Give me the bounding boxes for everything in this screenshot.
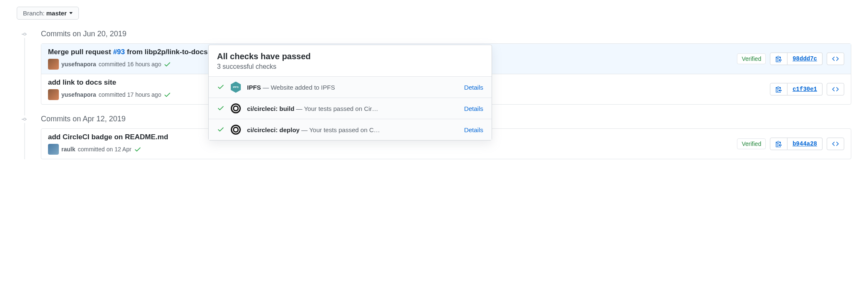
commit-sha-link[interactable]: c1f30e1 [787,83,823,95]
commit-timeline: Commits on Jun 20, 2019 Merge pull reque… [21,30,851,159]
commit-marker-icon [21,30,28,38]
check-icon[interactable] [164,91,171,98]
copy-sha-button[interactable] [770,138,787,150]
check-details-link[interactable]: Details [464,126,483,133]
avatar[interactable] [48,59,59,70]
check-icon [217,125,225,134]
check-item: IPFS — Website added to IPFS Details [209,77,492,98]
check-details-link[interactable]: Details [464,105,483,112]
author-link[interactable]: raulk [61,146,75,153]
commit-title-link[interactable]: add link to docs site [48,78,116,87]
commit-title-link[interactable]: add CircleCI badge on README.md [48,133,168,141]
browse-code-button[interactable] [827,53,844,65]
check-item: ci/circleci: deploy — Your tests passed … [209,119,492,140]
avatar[interactable] [48,144,59,155]
author-link[interactable]: yusefnapora [61,61,96,68]
commit-row: Merge pull request #93 from libp2p/link-… [41,44,851,74]
circleci-logo-icon [230,103,241,114]
check-icon [217,83,225,92]
check-icon[interactable] [164,60,171,68]
group-date-heading: Commits on Jun 20, 2019 [41,30,851,38]
commit-title-link[interactable]: Merge pull request #93 from libp2p/link-… [48,48,208,56]
commit-sha-link[interactable]: b944a28 [787,138,823,150]
browse-code-button[interactable] [827,138,844,150]
check-icon [217,104,225,113]
copy-sha-button[interactable] [770,53,787,65]
circleci-logo-icon [230,124,241,135]
check-icon[interactable] [134,146,141,153]
check-details-link[interactable]: Details [464,84,483,91]
copy-sha-button[interactable] [770,83,787,95]
check-item: ci/circleci: build — Your tests passed o… [209,98,492,119]
verified-badge[interactable]: Verified [737,138,766,149]
branch-value: master [46,10,67,17]
ipfs-logo-icon [230,82,241,93]
commit-sha-link[interactable]: 98ddd7c [787,53,823,65]
clipboard-icon [775,86,782,93]
commit-time: committed on 12 Apr [78,146,131,153]
commit-marker-icon [21,115,28,123]
code-icon [832,86,839,93]
commit-group: Commits on Jun 20, 2019 Merge pull reque… [21,30,851,105]
code-icon [832,140,839,147]
avatar[interactable] [48,89,59,100]
commit-list: Merge pull request #93 from libp2p/link-… [41,43,851,105]
checks-popover: All checks have passed 3 successful chec… [208,45,492,140]
popover-title: All checks have passed [217,52,483,61]
clipboard-icon [775,140,782,147]
pr-link[interactable]: #93 [113,48,125,56]
browse-code-button[interactable] [827,83,844,95]
code-icon [832,55,839,62]
commit-time: committed 17 hours ago [98,91,161,98]
author-link[interactable]: yusefnapora [61,91,96,98]
branch-label: Branch: [23,10,45,17]
caret-down-icon [69,12,73,14]
branch-select[interactable]: Branch: master [17,7,79,20]
clipboard-icon [775,55,782,62]
verified-badge[interactable]: Verified [737,53,766,64]
commit-time: committed 16 hours ago [98,61,161,68]
popover-subtitle: 3 successful checks [217,63,483,70]
